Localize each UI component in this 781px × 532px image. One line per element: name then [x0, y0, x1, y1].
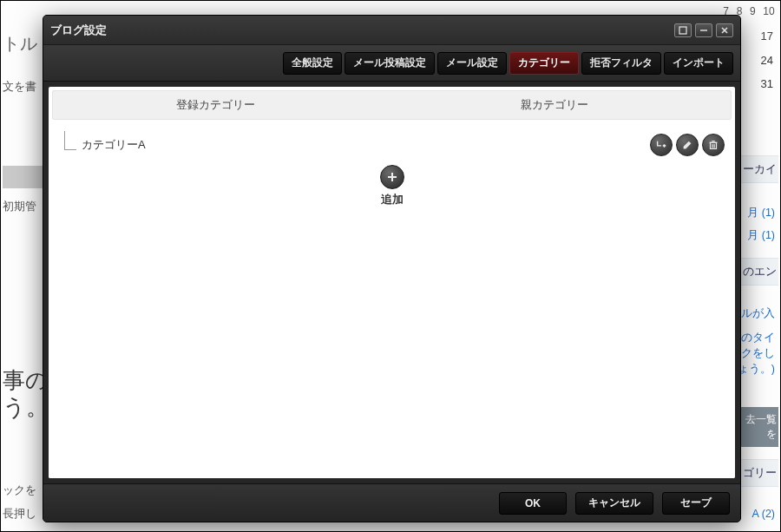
category-table-header: 登録カテゴリー 親カテゴリー — [52, 90, 732, 120]
bg-title-fragment: トル — [3, 32, 37, 56]
column-parent-category: 親カテゴリー — [378, 98, 731, 113]
archive-link[interactable]: 月 (1) — [747, 206, 775, 220]
tree-branch-icon — [64, 131, 76, 150]
calendar-cell: 24 — [761, 54, 773, 67]
edit-button[interactable] — [676, 134, 699, 156]
maximize-button[interactable] — [674, 23, 692, 37]
trash-icon — [707, 139, 719, 151]
column-registered-category: 登録カテゴリー — [53, 98, 378, 113]
category-name: カテゴリーA — [82, 137, 146, 153]
dialog-title: ブログ設定 — [50, 23, 671, 38]
svg-rect-0 — [679, 27, 686, 34]
dialog-footer: OK キャンセル セーブ — [43, 483, 740, 522]
close-button[interactable] — [716, 23, 733, 37]
tab-general[interactable]: 全般設定 — [283, 52, 342, 75]
dialog-titlebar: ブログ設定 — [43, 16, 740, 45]
category-row: カテゴリーA — [59, 132, 725, 158]
tab-filter[interactable]: 拒否フィルタ — [581, 52, 661, 75]
entries-header: のエン — [735, 258, 778, 286]
category-link[interactable]: A (2) — [752, 508, 775, 520]
tab-mail-post[interactable]: メール投稿設定 — [345, 52, 435, 75]
dialog-content: 登録カテゴリー 親カテゴリー カテゴリーA — [49, 87, 735, 478]
maximize-icon — [679, 26, 687, 35]
category-header: ゴリー — [735, 459, 778, 487]
archive-header: ーカイ — [735, 155, 778, 183]
ok-button[interactable]: OK — [499, 492, 567, 515]
category-table-body: カテゴリーA — [49, 120, 735, 478]
minimize-icon — [699, 26, 708, 35]
archive-link[interactable]: 月 (1) — [747, 228, 775, 243]
bg-body-hint: 文を書 — [3, 79, 36, 95]
blog-settings-dialog: ブログ設定 全般設定 メール投稿設定 メール設定 カテゴリー 拒否フィルタ イン… — [43, 15, 741, 522]
background-right: 7 8 9 10 17 24 31 ーカイ 月 (1) 月 (1) のエン トル… — [735, 1, 778, 531]
bg-admin-fragment: 初期管 — [3, 199, 36, 214]
pencil-icon — [681, 139, 693, 151]
delete-button[interactable] — [702, 134, 725, 156]
add-category-button[interactable] — [380, 165, 404, 189]
tab-category[interactable]: カテゴリー — [509, 52, 579, 75]
close-icon — [720, 26, 729, 35]
past-list-button[interactable]: 去一覧を — [735, 407, 778, 447]
add-category-block: 追加 — [59, 165, 725, 207]
entry-link[interactable]: のタイ — [741, 331, 775, 345]
bg-hint-2: 長押し — [3, 506, 36, 522]
save-button[interactable]: セーブ — [662, 492, 730, 515]
add-child-icon — [655, 139, 667, 151]
bg-hint-1: ックを — [3, 483, 36, 498]
tab-mail[interactable]: メール設定 — [437, 52, 507, 75]
minimize-button[interactable] — [695, 23, 712, 37]
tab-import[interactable]: インポート — [664, 52, 733, 75]
calendar-cell: 31 — [761, 77, 773, 90]
calendar-cell: 9 — [750, 5, 756, 17]
cancel-button[interactable]: キャンセル — [575, 492, 653, 515]
add-child-button[interactable] — [650, 134, 673, 156]
calendar-cell: 10 — [763, 5, 774, 17]
entry-link[interactable]: ょう。) — [738, 362, 775, 377]
plus-icon — [385, 170, 399, 184]
add-category-label: 追加 — [59, 193, 725, 207]
dialog-tabbar: 全般設定 メール投稿設定 メール設定 カテゴリー 拒否フィルタ インポート — [43, 45, 740, 82]
calendar-cell: 17 — [761, 30, 773, 43]
